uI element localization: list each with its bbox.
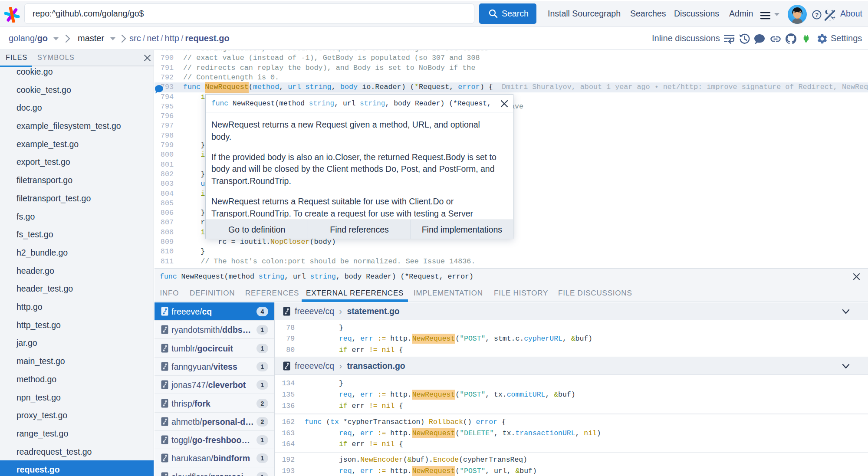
svg-text:?: ? bbox=[815, 12, 819, 18]
